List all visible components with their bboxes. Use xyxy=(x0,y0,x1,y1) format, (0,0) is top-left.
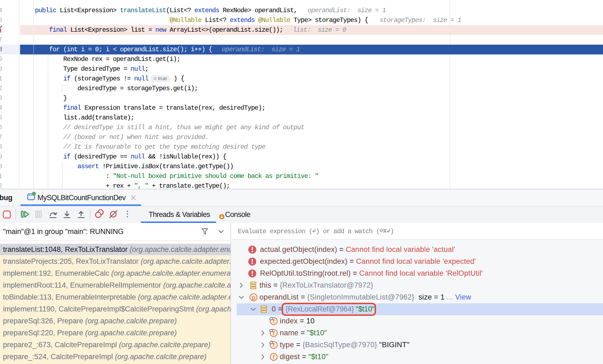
svg-text:p: p xyxy=(252,294,255,301)
svg-text:f: f xyxy=(273,330,275,337)
svg-text:f: f xyxy=(273,342,275,349)
svg-text:f: f xyxy=(273,318,275,325)
svg-text:f: f xyxy=(273,354,275,360)
